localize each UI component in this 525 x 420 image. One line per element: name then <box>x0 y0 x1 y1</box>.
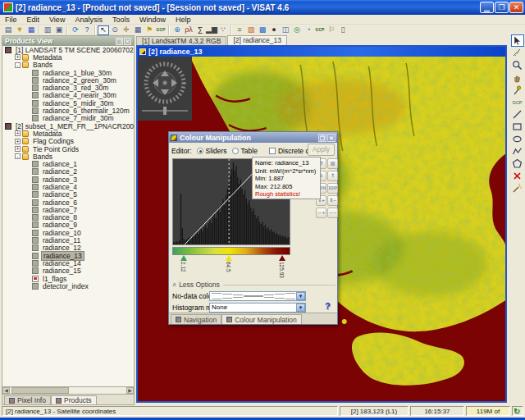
dock-tab-colour-manipulation[interactable]: Colour Manipulation <box>221 314 302 324</box>
expand-icon[interactable]: + <box>15 130 21 136</box>
tree-node[interactable]: -Bands <box>2 153 134 160</box>
menu-window[interactable]: Window <box>135 16 171 24</box>
ramp-slider-handle[interactable] <box>226 255 232 261</box>
refresh-icon[interactable]: ⟳ <box>70 25 81 35</box>
collapse-icon[interactable]: - <box>15 62 21 68</box>
zoom-out-horizontal-button[interactable]: ⇔− <box>327 208 338 218</box>
ramp-slider-handle[interactable] <box>180 255 187 261</box>
polyline-tool[interactable] <box>511 145 524 158</box>
tree-node[interactable]: radiance_11 <box>2 236 134 244</box>
dock-tab-navigation[interactable]: Navigation <box>171 314 221 324</box>
world-globe-icon[interactable]: ⊕ <box>171 25 183 35</box>
no-data-colour-combo[interactable]: ▼ <box>209 291 306 301</box>
dialog-float-button[interactable]: ❐ <box>318 134 326 142</box>
zoom-tool[interactable] <box>511 59 524 71</box>
doc-tab[interactable]: [1] LandsatTM 4,3,2 RGB <box>136 36 226 45</box>
chevron-down-icon[interactable]: ▼ <box>296 304 305 312</box>
tree-node[interactable]: radiance_3 <box>2 176 134 183</box>
gcp-manager-icon[interactable]: GCP <box>314 25 326 35</box>
properties-icon[interactable]: ▣ <box>53 25 65 35</box>
panel-float-button[interactable]: ❐ <box>116 38 123 45</box>
menu-analysis[interactable]: Analysis <box>70 16 107 24</box>
dialog-titlebar[interactable]: Colour Manipulation ❐ ✕ <box>169 132 337 143</box>
tree-node[interactable]: [1] LANDSAT 5 TM SCENE 20060702 <box>2 46 134 53</box>
radio-table[interactable] <box>232 148 239 154</box>
dark-globe-icon[interactable]: ● <box>268 25 280 35</box>
menu-help[interactable]: Help <box>171 16 196 24</box>
tree-node[interactable]: radiance_2_green_30m <box>2 76 134 84</box>
panel-tab-products[interactable]: Products <box>51 395 97 404</box>
help-button[interactable]: ? <box>325 301 331 311</box>
navigation-control[interactable] <box>138 57 192 121</box>
tree-node[interactable]: radiance_8 <box>2 214 134 221</box>
panel-close-button[interactable]: ✕ <box>124 38 131 45</box>
help-icon[interactable]: ? <box>81 25 93 35</box>
tree-node[interactable]: radiance_2 <box>2 168 134 176</box>
statistics-icon[interactable]: ∑ <box>194 25 206 35</box>
layer-manager-icon[interactable]: ≡ <box>234 25 245 35</box>
zoom-out-vertical-button[interactable]: ⇕− <box>327 195 338 206</box>
product-tree[interactable]: [1] LANDSAT 5 TM SCENE 20060702+Metadata… <box>2 46 134 388</box>
session-icon[interactable]: ▥ <box>42 25 53 35</box>
line-tool[interactable] <box>511 108 524 121</box>
tree-node[interactable]: radiance_5_midir_30m <box>2 99 134 107</box>
menu-file[interactable]: File <box>0 16 22 24</box>
tree-node[interactable]: +Flag Codings <box>2 138 134 145</box>
blue-frame-icon[interactable]: ◫ <box>280 25 291 35</box>
chevron-down-icon[interactable]: ▼ <box>296 292 305 300</box>
open-product-icon[interactable]: ▼ <box>14 25 25 35</box>
world-map-icon[interactable]: ▩ <box>257 25 268 35</box>
zoom-in-horizontal-button[interactable]: ⇔+ <box>316 208 326 218</box>
ellipse-tool[interactable] <box>511 133 524 145</box>
tree-node[interactable]: radiance_6_thermalir_120m <box>2 107 134 114</box>
maximize-button[interactable]: ❐ <box>495 2 509 13</box>
tree-node[interactable]: detector_index <box>2 282 134 290</box>
gcp-tool-icon[interactable]: GCP <box>155 25 167 35</box>
tree-node[interactable]: radiance_4_nearir_30m <box>2 92 134 99</box>
stretch-100-button[interactable]: 100% <box>327 183 338 194</box>
select-tool[interactable] <box>511 34 524 47</box>
tree-node[interactable]: radiance_15 <box>2 267 134 275</box>
expand-icon[interactable]: + <box>15 146 21 152</box>
tile-windows-icon[interactable]: ▦ <box>132 25 144 35</box>
tree-node[interactable]: radiance_5 <box>2 191 134 199</box>
radio-sliders[interactable] <box>197 148 203 154</box>
pin-manager-icon[interactable]: ⚐ <box>326 25 337 35</box>
tree-node[interactable]: [2] subset_1_MER_FR__1PNACR20040309_1016… <box>2 122 134 130</box>
delete-shape-tool[interactable] <box>511 170 524 182</box>
products-panel-header[interactable]: Products View ❐ ✕ <box>2 36 134 46</box>
colour-ramp[interactable] <box>172 247 290 255</box>
expand-icon[interactable]: + <box>15 139 21 144</box>
image-window-titlebar[interactable]: [2] radiance_13 <box>138 47 505 57</box>
tree-node[interactable]: l1_flags <box>2 275 134 282</box>
tree-node[interactable]: radiance_10 <box>2 229 134 236</box>
pan-tool-icon[interactable]: ✛ <box>121 25 132 35</box>
tree-node[interactable]: +Metadata <box>2 130 134 137</box>
memory-status[interactable]: 119M of 188M <box>466 406 510 416</box>
histogram-matching-combo[interactable]: None ▼ <box>209 303 306 313</box>
tree-node[interactable]: radiance_14 <box>2 259 134 267</box>
less-options-toggle[interactable]: ∧ Less Options <box>172 281 336 289</box>
multi-apply-button[interactable]: ▥ <box>327 158 338 169</box>
tree-node[interactable]: +Metadata <box>2 53 134 61</box>
tree-node[interactable]: radiance_7_midir_30m <box>2 115 134 122</box>
gcp-placing-tool[interactable]: GCP <box>511 96 524 108</box>
tree-node[interactable]: +Tie Point Grids <box>2 145 134 153</box>
discrete-colors-checkbox[interactable] <box>269 148 276 154</box>
ramp-slider-handle[interactable] <box>279 255 285 261</box>
histogram-icon[interactable]: ▂▆ <box>206 25 217 35</box>
menu-view[interactable]: View <box>44 16 70 24</box>
doc-tab[interactable]: [2] radiance_13 <box>227 35 287 45</box>
tree-node[interactable]: radiance_3_red_30m <box>2 84 134 91</box>
tree-node[interactable]: -Bands <box>2 62 134 69</box>
spectrum-icon[interactable]: ρλ <box>183 25 194 35</box>
magic-wand-tool[interactable] <box>511 182 524 194</box>
colour-palette-icon[interactable]: ▨ <box>245 25 257 35</box>
tree-node[interactable]: radiance_9 <box>2 221 134 229</box>
scatter-plot-icon[interactable]: ∵ <box>217 25 229 35</box>
tree-node[interactable]: radiance_6 <box>2 199 134 206</box>
measure-tool[interactable] <box>511 47 524 59</box>
close-button[interactable]: ✕ <box>509 2 523 13</box>
new-product-icon[interactable]: ▤ <box>2 25 14 35</box>
geo-sync-icon[interactable]: ◎ <box>291 25 303 35</box>
